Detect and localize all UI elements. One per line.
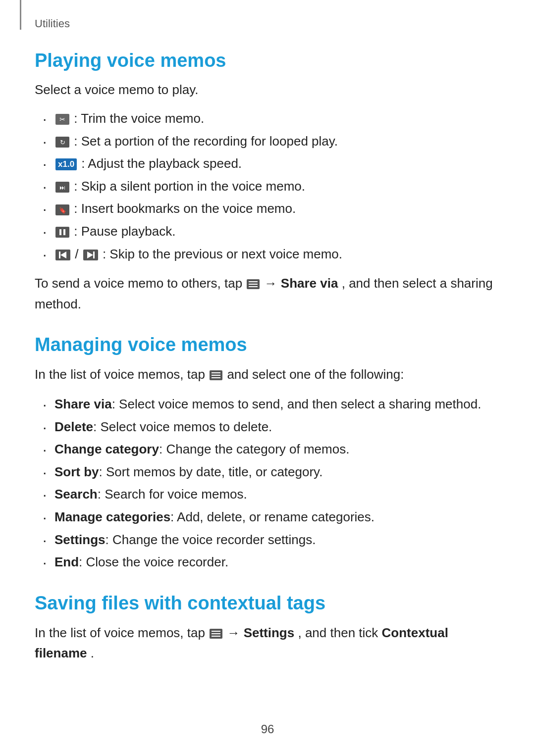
share-bold: Share via — [281, 276, 338, 291]
delete-text: : Select voice memos to delete. — [93, 419, 272, 434]
bullet-speed-text: : Adjust the playback speed. — [81, 156, 242, 171]
svg-rect-8 — [55, 227, 69, 238]
bullet-change-category: Change category: Change the category of … — [35, 439, 500, 460]
share-prefix: To send a voice memo to others, tap — [35, 276, 246, 291]
saving-end: . — [91, 646, 94, 660]
next-icon — [82, 247, 103, 261]
svg-rect-9 — [59, 229, 61, 235]
bullet-pause-text: : Pause playback. — [74, 224, 175, 239]
svg-rect-16 — [93, 252, 95, 258]
svg-rect-22 — [212, 372, 220, 373]
bullet-trim-text: : Trim the voice memo. — [74, 111, 204, 126]
bullet-bookmark-text: : Insert bookmarks on the voice memo. — [74, 201, 296, 216]
search-bold: Search — [54, 487, 98, 502]
svg-text:↻: ↻ — [60, 139, 65, 146]
end-text: : Close the voice recorder. — [79, 554, 228, 569]
pause-icon — [54, 224, 74, 239]
saving-settings-bold: Settings — [244, 625, 295, 640]
managing-intro: In the list of voice memos, tap and sele… — [35, 364, 500, 385]
change-category-bold: Change category — [54, 442, 159, 456]
bullet-bookmark: 🔖 : Insert bookmarks on the voice memo. — [35, 199, 500, 219]
manage-categories-bold: Manage categories — [54, 509, 170, 524]
svg-rect-24 — [212, 377, 220, 378]
section-title-playing: Playing voice memos — [35, 50, 500, 71]
bullet-manage-categories: Manage categories: Add, delete, or renam… — [35, 507, 500, 528]
bullet-sort-by: Sort by: Sort memos by date, title, or c… — [35, 462, 500, 483]
bullet-settings: Settings: Change the voice recorder sett… — [35, 530, 500, 551]
bullet-end: End: Close the voice recorder. — [35, 552, 500, 573]
share-para: To send a voice memo to others, tap → Sh… — [35, 273, 500, 314]
svg-rect-18 — [249, 281, 258, 282]
svg-rect-26 — [212, 631, 220, 632]
menu-icon-managing — [209, 367, 227, 382]
svg-rect-20 — [249, 286, 258, 287]
managing-bullets: Share via: Select voice memos to send, a… — [35, 394, 500, 573]
svg-rect-23 — [212, 375, 220, 376]
bullet-prev-next: / : Skip to the previous or next voice m… — [35, 244, 500, 265]
bullet-delete: Delete: Select voice memos to delete. — [35, 417, 500, 438]
bullet-skip-silent-text: : Skip a silent portion in the voice mem… — [74, 179, 305, 194]
share-via-bold: Share via — [54, 397, 112, 411]
svg-rect-27 — [212, 633, 220, 634]
left-border-decoration — [20, 0, 21, 30]
separator-slash: / — [75, 247, 82, 261]
svg-rect-28 — [212, 636, 220, 637]
bullet-pause: : Pause playback. — [35, 221, 500, 242]
saving-arrow: → — [227, 625, 243, 640]
svg-rect-19 — [249, 284, 258, 285]
end-bold: End — [54, 554, 79, 569]
section-title-managing: Managing voice memos — [35, 334, 500, 355]
managing-intro-prefix: In the list of voice memos, tap — [35, 367, 209, 382]
settings-bold: Settings — [54, 532, 106, 547]
manage-categories-text: : Add, delete, or rename categories. — [170, 509, 374, 524]
change-category-text: : Change the category of memos. — [159, 442, 349, 456]
section-managing: Managing voice memos In the list of voic… — [35, 334, 500, 572]
svg-text:🔖: 🔖 — [59, 206, 66, 214]
menu-icon-share — [246, 276, 264, 291]
saving-intro: In the list of voice memos, tap → Settin… — [35, 623, 500, 664]
playing-bullets: ✂ : Trim the voice memo. ↻ : Set a porti… — [35, 108, 500, 264]
section-intro-playing: Select a voice memo to play. — [35, 80, 500, 100]
managing-intro-suffix: and select one of the following: — [227, 367, 404, 382]
delete-bold: Delete — [54, 419, 93, 434]
bullet-skip-silent: ⏭ : Skip a silent portion in the voice m… — [35, 176, 500, 197]
page-number: 96 — [0, 722, 535, 736]
svg-rect-13 — [59, 252, 60, 258]
bullet-share-via: Share via: Select voice memos to send, a… — [35, 394, 500, 415]
saving-intro-prefix: In the list of voice memos, tap — [35, 625, 209, 640]
prev-icon — [54, 247, 75, 261]
share-via-text: : Select voice memos to send, and then s… — [112, 397, 482, 411]
scissors-icon: ✂ — [54, 111, 74, 126]
section-saving: Saving files with contextual tags In the… — [35, 593, 500, 664]
search-text: : Search for voice memos. — [98, 487, 247, 502]
sort-by-text: : Sort memos by date, title, or category… — [99, 464, 323, 479]
section-playing: Playing voice memos Select a voice memo … — [35, 50, 500, 314]
settings-text: : Change the voice recorder settings. — [106, 532, 316, 547]
menu-icon-saving — [209, 625, 227, 640]
loop-icon: ↻ — [54, 134, 74, 149]
bookmark-icon: 🔖 — [54, 201, 74, 216]
svg-rect-10 — [63, 229, 65, 235]
bullet-prev-next-text: : Skip to the previous or next voice mem… — [103, 247, 342, 261]
svg-text:⏭: ⏭ — [59, 184, 65, 191]
skip-silent-icon: ⏭ — [54, 179, 74, 194]
page-container: Utilities Playing voice memos Select a v… — [0, 0, 535, 756]
saving-comma: , and then tick — [298, 625, 381, 640]
utilities-label: Utilities — [35, 17, 500, 30]
bullet-search: Search: Search for voice memos. — [35, 484, 500, 505]
svg-text:✂: ✂ — [59, 115, 65, 123]
bullet-loop-text: : Set a portion of the recording for loo… — [74, 134, 338, 149]
bullet-trim: ✂ : Trim the voice memo. — [35, 108, 500, 129]
sort-by-bold: Sort by — [54, 464, 99, 479]
share-arrow: → — [265, 276, 281, 291]
speed-icon: x1.0 — [55, 158, 77, 170]
section-title-saving: Saving files with contextual tags — [35, 593, 500, 614]
bullet-loop: ↻ : Set a portion of the recording for l… — [35, 131, 500, 152]
bullet-speed: x1.0 : Adjust the playback speed. — [35, 153, 500, 174]
